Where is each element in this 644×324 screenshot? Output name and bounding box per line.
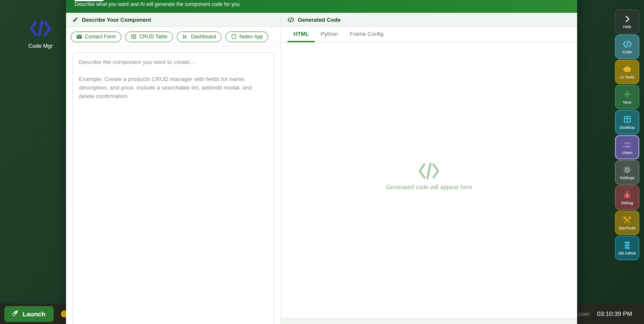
grid-icon — [623, 115, 632, 124]
code-icon — [288, 17, 294, 23]
pencil-icon — [72, 17, 78, 23]
window-banner: Describe what you want and AI will gener… — [66, 0, 577, 13]
sidebar-devtools-button[interactable]: DevTools — [615, 211, 639, 235]
code-empty-state: Generated code will appear here — [386, 162, 472, 191]
sidebar-debug-button[interactable]: Debug — [615, 185, 639, 210]
desktop-icon-label: Code Mgr — [28, 43, 52, 49]
sidebar-ai-tools-button[interactable]: AI Tools — [615, 60, 639, 84]
sidebar-db-admin-button[interactable]: DB Admin — [615, 236, 639, 260]
template-contact-form-button[interactable]: Contact Form — [71, 32, 121, 42]
rocket-icon — [11, 310, 19, 318]
banner-subtitle: Describe what you want and AI will gener… — [75, 1, 240, 7]
sidebar-code-button[interactable]: Code — [615, 35, 639, 59]
code-empty-message: Generated code will appear here — [386, 184, 472, 191]
tools-icon — [623, 215, 632, 225]
describe-pane-header: Describe Your Component — [66, 13, 281, 27]
gear-icon — [623, 165, 632, 174]
table-icon — [131, 34, 137, 40]
launch-button[interactable]: Launch — [4, 306, 54, 322]
bar-chart-icon — [182, 34, 188, 40]
tab-frame-config[interactable]: Frame Config — [344, 27, 390, 42]
code-icon — [418, 162, 440, 179]
dock-sidebar: Hide Code AI Tools New — [615, 9, 639, 260]
describe-pane: Describe Your Component Contact Form CRU… — [66, 13, 281, 324]
prompt-area — [66, 47, 281, 324]
template-notes-app-button[interactable]: Notes App — [225, 32, 268, 42]
template-dashboard-button[interactable]: Dashboard — [177, 32, 221, 42]
robot-icon — [623, 64, 632, 74]
template-crud-table-button[interactable]: CRUD Table — [125, 32, 173, 42]
code-output-area: Generated code will appear here — [281, 43, 577, 318]
note-icon — [231, 34, 237, 40]
sidebar-desktop-button[interactable]: Desktop — [615, 110, 639, 134]
component-generator-window: Describe what you want and AI will gener… — [66, 0, 577, 324]
chevron-right-icon — [623, 14, 631, 23]
taskbar-clock: 03:10:39 PM — [597, 304, 632, 324]
users-icon — [623, 140, 632, 149]
sidebar-new-button[interactable]: New — [615, 85, 639, 109]
describe-pane-title: Describe Your Component — [82, 17, 151, 23]
generated-code-title: Generated Code — [298, 17, 340, 23]
component-description-input[interactable] — [72, 52, 274, 324]
sidebar-users-button[interactable]: Users — [615, 135, 639, 159]
code-icon — [623, 39, 632, 49]
launch-label: Launch — [23, 310, 45, 318]
database-icon — [623, 240, 632, 250]
template-button-row: Contact Form CRUD Table Dashboard — [66, 27, 281, 47]
plus-icon — [623, 90, 632, 99]
generated-code-pane: Generated Code HTML Python Frame Config … — [281, 13, 577, 324]
sidebar-hide-button[interactable]: Hide — [615, 9, 639, 34]
tab-python[interactable]: Python — [315, 27, 344, 42]
tab-html[interactable]: HTML — [288, 27, 315, 42]
sidebar-settings-button[interactable]: Settings — [615, 160, 639, 185]
taskbar-partial-text: .com — [577, 304, 589, 324]
code-icon — [29, 20, 52, 38]
code-pane-footer — [281, 318, 577, 324]
desktop-icon-code-mgr[interactable]: Code Mgr — [21, 20, 60, 49]
envelope-icon — [76, 34, 82, 40]
generated-code-header: Generated Code — [281, 13, 577, 27]
code-tabbar: HTML Python Frame Config — [281, 27, 577, 43]
bug-icon — [623, 190, 632, 200]
